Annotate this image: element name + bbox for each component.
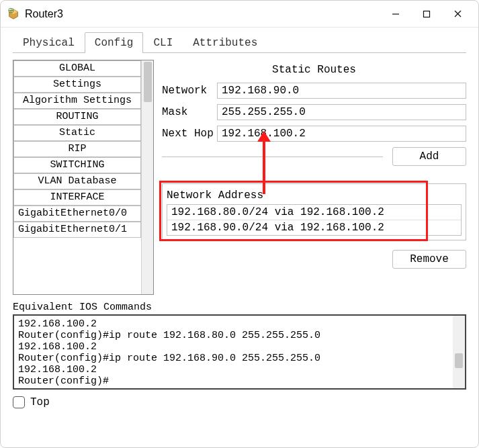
panel-title: Static Routes (162, 64, 466, 76)
window-title: Router3 (25, 8, 63, 20)
ios-commands-box[interactable]: 192.168.100.2 Router(config)#ip route 19… (13, 314, 466, 390)
mask-label: Mask (162, 106, 217, 118)
sidebar-item-rip[interactable]: RIP (13, 141, 141, 157)
app-window: Router3 Physical Config CLI Attributes G… (0, 0, 479, 448)
route-list-item[interactable]: 192.168.80.0/24 via 192.168.100.2 (167, 205, 461, 220)
sidebar-item-algorithm-settings[interactable]: Algorithm Settings (13, 93, 141, 109)
config-sidebar: GLOBALSettingsAlgorithm SettingsROUTINGS… (13, 60, 154, 295)
tab-physical[interactable]: Physical (13, 32, 85, 53)
sidebar-item-switching[interactable]: SWITCHING (13, 157, 141, 173)
content-area: GLOBALSettingsAlgorithm SettingsROUTINGS… (1, 53, 478, 295)
nexthop-label: Next Hop (162, 128, 217, 140)
svg-rect-6 (424, 11, 430, 17)
divider-line (162, 156, 383, 157)
top-checkbox-label: Top (30, 396, 50, 408)
close-button[interactable] (442, 3, 473, 25)
sidebar-item-gigabitethernet0-1[interactable]: GigabitEthernet0/1 (13, 222, 141, 238)
tab-config[interactable]: Config (85, 32, 144, 53)
maximize-button[interactable] (411, 3, 442, 25)
sidebar-scrollbar[interactable] (141, 60, 153, 294)
sidebar-item-static[interactable]: Static (13, 125, 141, 141)
static-routes-panel: Static Routes Network Mask Next Hop Add … (162, 60, 466, 295)
remove-button[interactable]: Remove (392, 250, 466, 269)
sidebar-item-settings[interactable]: Settings (13, 77, 141, 93)
tab-cli[interactable]: CLI (143, 32, 183, 53)
ios-commands-section: Equivalent IOS Commands 192.168.100.2 Ro… (1, 302, 478, 390)
route-list-header: Network Address (167, 189, 462, 201)
network-input[interactable] (217, 83, 466, 99)
ios-commands-label: Equivalent IOS Commands (13, 302, 466, 313)
route-list-box: Network Address 192.168.80.0/24 via 192.… (162, 183, 466, 240)
bottom-bar: Top (1, 390, 478, 415)
route-list-item[interactable]: 192.168.90.0/24 via 192.168.100.2 (167, 220, 461, 235)
nexthop-input[interactable] (217, 126, 466, 142)
route-list[interactable]: 192.168.80.0/24 via 192.168.100.2192.168… (167, 204, 462, 236)
sidebar-item-gigabitethernet0-0[interactable]: GigabitEthernet0/0 (13, 206, 141, 222)
sidebar-item-interface[interactable]: INTERFACE (13, 189, 141, 206)
network-label: Network (162, 85, 217, 97)
sidebar-item-global[interactable]: GLOBAL (13, 60, 141, 77)
sidebar-item-routing[interactable]: ROUTING (13, 109, 141, 125)
mask-input[interactable] (217, 104, 466, 120)
minimize-button[interactable] (380, 3, 411, 25)
tab-attributes[interactable]: Attributes (183, 32, 267, 53)
ios-commands-text: 192.168.100.2 Router(config)#ip route 19… (18, 318, 320, 387)
ios-scrollbar[interactable] (453, 316, 465, 388)
ios-scrollbar-thumb[interactable] (455, 353, 463, 368)
add-button[interactable]: Add (392, 147, 466, 166)
top-checkbox[interactable] (13, 396, 25, 408)
sidebar-item-vlan-database[interactable]: VLAN Database (13, 173, 141, 189)
tab-bar: Physical Config CLI Attributes (1, 28, 478, 52)
titlebar: Router3 (1, 1, 478, 28)
router-icon (7, 8, 19, 20)
sidebar-scrollbar-thumb[interactable] (144, 62, 152, 102)
